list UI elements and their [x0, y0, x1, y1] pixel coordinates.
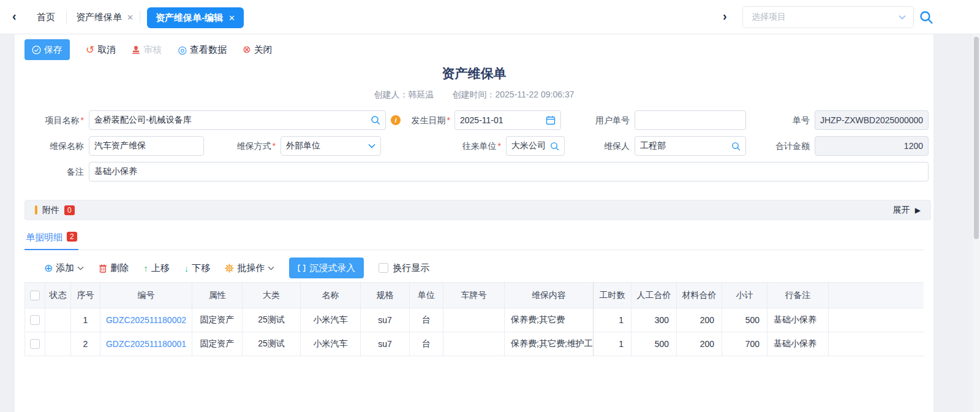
- checkbox-icon[interactable]: [379, 263, 388, 273]
- attachment-section-header[interactable]: 附件 0 展开 ▶: [24, 200, 931, 220]
- tab-close-icon[interactable]: ✕: [228, 13, 235, 23]
- global-search-icon[interactable]: [919, 10, 933, 25]
- info-icon[interactable]: i: [391, 115, 401, 125]
- partner-unit-input[interactable]: [511, 137, 548, 155]
- maintainer-field[interactable]: [635, 136, 746, 156]
- audit-button[interactable]: 审核: [132, 44, 162, 56]
- project-name-field[interactable]: [89, 110, 386, 130]
- asset-code-link[interactable]: GDZC202511180001: [106, 339, 186, 349]
- tab-asset-maintenance-list[interactable]: 资产维保单 ✕: [76, 0, 134, 34]
- maintenance-method-select[interactable]: [281, 136, 381, 156]
- attachment-count-badge: 0: [64, 205, 75, 215]
- cell-unit: 台: [410, 332, 443, 356]
- immersive-entry-button[interactable]: 沉浸式录入: [289, 258, 364, 278]
- tab-detail-lines[interactable]: 单据明细 2: [24, 232, 78, 250]
- trash-icon: [99, 264, 107, 273]
- tab-home[interactable]: 首页: [37, 0, 55, 34]
- user-order-no-field[interactable]: [635, 110, 746, 130]
- tab-label: 资产维保单-编辑: [156, 12, 223, 24]
- delete-row-button[interactable]: 删除: [99, 262, 129, 274]
- cell-plate: [443, 308, 505, 332]
- project-select-placeholder: 选择项目: [752, 12, 899, 23]
- select-all-checkbox[interactable]: [30, 291, 40, 300]
- col-material: 材料合价: [677, 283, 722, 308]
- chevron-down-icon[interactable]: [368, 143, 375, 148]
- calendar-icon[interactable]: [546, 115, 556, 125]
- cell-subtotal: 700: [722, 332, 767, 356]
- col-hours: 工时数: [594, 283, 631, 308]
- save-button[interactable]: 保存: [24, 39, 70, 60]
- cell-subtotal: 500: [722, 308, 767, 332]
- search-icon[interactable]: [371, 115, 380, 125]
- remark-input[interactable]: [94, 162, 923, 181]
- occur-date-field[interactable]: [454, 110, 561, 130]
- user-order-no-input[interactable]: [640, 111, 741, 129]
- row-checkbox[interactable]: [30, 339, 40, 349]
- cell-category: 25测试: [243, 332, 301, 356]
- partner-unit-field[interactable]: [506, 136, 565, 156]
- move-down-button[interactable]: ↓ 下移: [184, 262, 211, 274]
- batch-ops-button[interactable]: 批操作: [225, 262, 274, 274]
- maintenance-method-value[interactable]: [286, 137, 366, 155]
- tabs-scroll-left-icon[interactable]: ‹: [12, 9, 17, 23]
- cell-name: 小米汽车: [301, 308, 361, 332]
- search-icon[interactable]: [731, 142, 741, 151]
- cell-spec: su7: [361, 308, 410, 332]
- col-name: 名称: [301, 283, 361, 308]
- doc-meta: 创建人：韩延温创建时间：2025-11-22 09:06:37: [15, 90, 933, 101]
- chevron-down-icon: [899, 15, 906, 20]
- search-icon[interactable]: [550, 142, 559, 151]
- close-button[interactable]: ⊗ 关闭: [243, 44, 272, 56]
- tab-separator: [66, 11, 67, 23]
- cell-content: 保养费;其它费: [505, 308, 594, 332]
- cell-attr: 固定资产: [192, 332, 243, 356]
- add-row-button[interactable]: ⊕ 添加: [44, 262, 84, 274]
- maintainer-input[interactable]: [640, 137, 729, 155]
- arrow-down-icon: ↓: [184, 263, 189, 273]
- maintenance-name-input[interactable]: [94, 137, 198, 155]
- cell-material: 200: [677, 308, 722, 332]
- row-checkbox[interactable]: [30, 315, 40, 325]
- project-name-input[interactable]: [94, 111, 368, 129]
- tab-close-icon[interactable]: ✕: [127, 13, 134, 22]
- table-row[interactable]: 1 GDZC202511180002 固定资产 25测试 小米汽车 su7 台 …: [25, 308, 924, 332]
- cell-spec: su7: [361, 332, 410, 356]
- occur-date-label: 发生日期: [401, 110, 450, 130]
- save-check-icon: [32, 45, 41, 55]
- move-up-button[interactable]: ↑ 上移: [143, 262, 170, 274]
- occur-date-input[interactable]: [460, 111, 543, 129]
- tab-separator: [140, 11, 140, 23]
- cell-plate: [443, 332, 505, 356]
- table-row[interactable]: 2 GDZC202511180001 固定资产 25测试 小米汽车 su7 台 …: [25, 332, 924, 356]
- grid-toolbar: ⊕ 添加 删除 ↑ 上移 ↓ 下移 批操作: [44, 258, 429, 278]
- cell-material: 200: [677, 332, 722, 356]
- vertical-scrollbar[interactable]: [973, 34, 980, 412]
- col-content: 维保内容: [505, 283, 594, 308]
- table-header-row: 状态 序号 编号 属性 大类 名称 规格 单位 车牌号 维保内容 工时数 人工合…: [25, 283, 924, 308]
- col-category: 大类: [243, 283, 301, 308]
- wrap-display-checkbox[interactable]: 换行显示: [379, 262, 429, 274]
- tab-label: 首页: [37, 12, 55, 23]
- scrollbar-thumb[interactable]: [974, 37, 979, 239]
- maintenance-name-field[interactable]: [89, 136, 204, 156]
- tab-label: 资产维保单: [76, 12, 122, 23]
- col-labor: 人工合价: [631, 283, 677, 308]
- col-status: 状态: [45, 283, 71, 308]
- asset-code-link[interactable]: GDZC202511180002: [106, 315, 186, 325]
- col-unit: 单位: [410, 283, 443, 308]
- project-select[interactable]: 选择项目: [742, 6, 914, 28]
- fullscreen-brackets-icon: [298, 264, 306, 272]
- cell-code: GDZC202511180001: [100, 332, 192, 356]
- view-data-button[interactable]: ◎ 查看数据: [178, 44, 227, 56]
- detail-tab-strip: 单据明细 2: [24, 232, 924, 250]
- remark-field[interactable]: [89, 162, 929, 181]
- tab-asset-maintenance-edit-active[interactable]: 资产维保单-编辑 ✕: [147, 7, 244, 28]
- maintenance-name-label: 维保名称: [24, 136, 84, 156]
- cell-labor: 500: [631, 332, 677, 356]
- cancel-button[interactable]: ↺ 取消: [86, 44, 116, 56]
- tabs-scroll-right-icon[interactable]: ›: [723, 9, 727, 23]
- expand-toggle[interactable]: 展开 ▶: [893, 205, 921, 216]
- top-tab-bar: ‹ 首页 资产维保单 ✕ 资产维保单-编辑 ✕ › 选择项目: [0, 0, 980, 34]
- col-code: 编号: [100, 283, 192, 308]
- col-filler: [829, 283, 924, 308]
